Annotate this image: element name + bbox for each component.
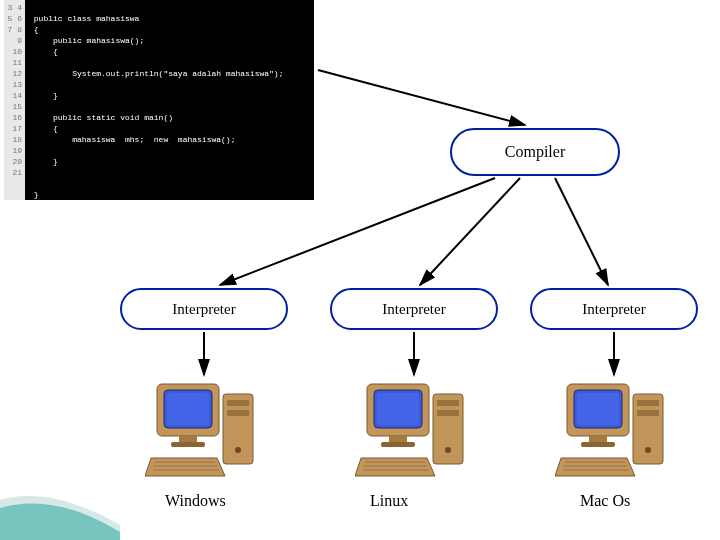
interpreter-label: Interpreter — [582, 301, 645, 318]
code-line-numbers: 3 4 5 6 7 8 9 10 11 12 13 14 15 16 17 18… — [4, 0, 25, 200]
computer-icon-linux — [355, 380, 475, 480]
interpreter-label: Interpreter — [382, 301, 445, 318]
computer-icon-macos — [555, 380, 675, 480]
svg-rect-34 — [589, 436, 607, 442]
interpreter-node-2: Interpreter — [330, 288, 498, 330]
svg-rect-22 — [389, 436, 407, 442]
svg-line-2 — [420, 178, 520, 285]
svg-rect-21 — [377, 393, 419, 425]
svg-point-27 — [445, 447, 451, 453]
svg-point-15 — [235, 447, 241, 453]
interpreter-node-1: Interpreter — [120, 288, 288, 330]
svg-rect-23 — [381, 442, 415, 447]
svg-rect-37 — [637, 400, 659, 406]
slide-decoration — [0, 480, 120, 540]
svg-rect-25 — [437, 400, 459, 406]
svg-line-0 — [318, 70, 525, 125]
source-code-block: 3 4 5 6 7 8 9 10 11 12 13 14 15 16 17 18… — [4, 0, 314, 200]
compiler-label: Compiler — [505, 143, 565, 161]
interpreter-node-3: Interpreter — [530, 288, 698, 330]
svg-rect-10 — [179, 436, 197, 442]
computer-icon-windows — [145, 380, 265, 480]
svg-rect-35 — [581, 442, 615, 447]
svg-rect-33 — [577, 393, 619, 425]
svg-line-3 — [555, 178, 608, 285]
svg-rect-11 — [171, 442, 205, 447]
svg-rect-14 — [227, 410, 249, 416]
interpreter-label: Interpreter — [172, 301, 235, 318]
os-label-macos: Mac Os — [580, 492, 630, 510]
svg-rect-9 — [167, 393, 209, 425]
code-body: public class mahasiswa { public mahasisw… — [25, 0, 283, 200]
os-label-windows: Windows — [165, 492, 226, 510]
svg-rect-13 — [227, 400, 249, 406]
svg-rect-38 — [637, 410, 659, 416]
os-label-linux: Linux — [370, 492, 408, 510]
svg-rect-26 — [437, 410, 459, 416]
compiler-node: Compiler — [450, 128, 620, 176]
svg-point-39 — [645, 447, 651, 453]
